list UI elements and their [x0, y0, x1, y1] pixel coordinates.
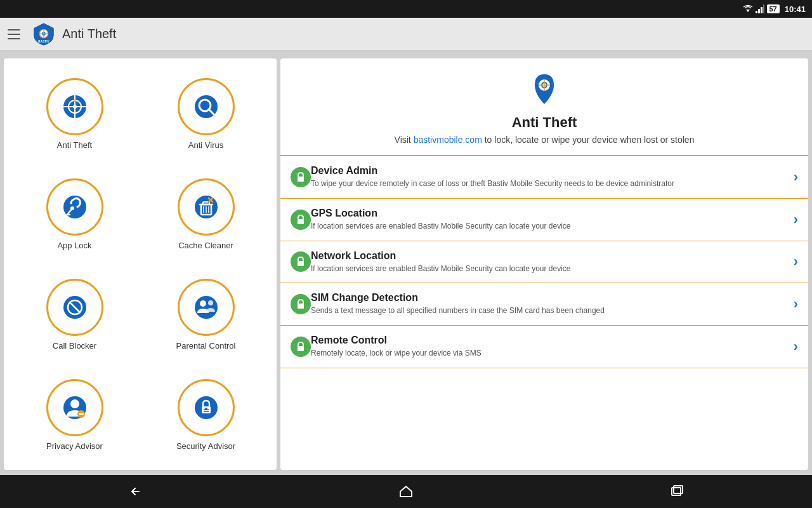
svg-rect-51 [298, 177, 304, 182]
svg-marker-0 [746, 10, 750, 12]
feature-item-remote[interactable]: Remote Control Remotely locate, lock or … [280, 326, 808, 368]
svg-point-34 [195, 296, 218, 319]
remote-name: Remote Control [311, 335, 794, 346]
privacy-advisor-label: Privacy Advisor [46, 441, 103, 451]
device-admin-text: Device Admin To wipe your device remotel… [311, 165, 794, 189]
feature-item-gps[interactable]: GPS Location If location services are en… [280, 199, 808, 241]
network-desc: If location services are enabled Bastiv … [311, 264, 794, 274]
anti-virus-label: Anti Virus [188, 140, 223, 150]
network-lock-icon [291, 251, 311, 272]
app-lock-icon [58, 190, 91, 224]
svg-rect-54 [298, 304, 304, 309]
back-button[interactable] [116, 479, 154, 504]
signal-icon [756, 4, 764, 13]
grid-item-anti-virus[interactable]: Anti Virus [141, 65, 270, 163]
anti-theft-label: Anti Theft [57, 140, 92, 150]
subtitle-text: Visit [395, 135, 411, 145]
remote-text: Remote Control Remotely locate, lock or … [311, 335, 794, 359]
grid-item-security-advisor[interactable]: Security Advisor [141, 366, 270, 464]
anti-theft-circle [46, 78, 103, 135]
network-name: Network Location [311, 250, 794, 262]
device-admin-desc: To wipe your device remotely in case of … [311, 178, 794, 189]
main-content: Anti Theft Anti Virus [0, 53, 812, 475]
cache-cleaner-circle [178, 178, 235, 236]
remote-lock-icon [291, 337, 311, 357]
network-text: Network Location If location services ar… [311, 250, 794, 274]
status-time: 10:41 [785, 4, 806, 14]
feature-item-sim[interactable]: SIM Change Detection Sends a text messag… [280, 283, 808, 326]
sim-desc: Sends a text message to all specified nu… [311, 305, 794, 316]
svg-rect-1 [756, 11, 757, 13]
anti-theft-icon [58, 90, 91, 123]
feature-item-device-admin[interactable]: Device Admin To wipe your device remotel… [280, 156, 808, 199]
grid-item-anti-theft[interactable]: Anti Theft [10, 65, 139, 163]
recents-icon [668, 483, 686, 500]
bottom-nav [0, 475, 812, 508]
gps-chevron: › [794, 211, 798, 228]
grid-item-call-blocker[interactable]: Call Blocker [10, 265, 139, 363]
call-blocker-icon [58, 291, 91, 324]
parental-control-circle [178, 279, 235, 336]
detail-header-icon [525, 71, 563, 109]
svg-rect-2 [758, 9, 760, 13]
remote-chevron: › [794, 338, 798, 355]
detail-panel: Anti Theft Visit bastivmobile.com to loc… [280, 58, 808, 470]
svg-rect-52 [298, 219, 304, 224]
home-button[interactable] [387, 479, 425, 504]
parental-control-label: Parental Control [176, 341, 236, 351]
gps-lock-icon [291, 210, 311, 230]
privacy-advisor-circle [46, 379, 103, 436]
battery-indicator: 57 [767, 4, 780, 13]
svg-point-38 [70, 399, 79, 408]
feature-list: Device Admin To wipe your device remotel… [280, 156, 808, 470]
security-advisor-label: Security Advisor [176, 441, 235, 451]
call-blocker-circle [46, 279, 103, 336]
device-admin-lock-icon [291, 167, 311, 187]
app-lock-circle [46, 178, 103, 236]
sim-name: SIM Change Detection [311, 292, 794, 304]
gps-text: GPS Location If location services are en… [311, 208, 794, 232]
svg-rect-53 [298, 261, 304, 266]
status-bar: 57 10:41 [0, 0, 812, 18]
parental-control-icon [190, 291, 223, 324]
feature-grid: Anti Theft Anti Virus [4, 58, 277, 470]
detail-subtitle: Visit bastivmobile.com to lock, locate o… [395, 135, 695, 145]
detail-header: Anti Theft Visit bastivmobile.com to loc… [280, 58, 808, 156]
detail-title: Anti Theft [512, 114, 577, 131]
svg-rect-3 [761, 7, 763, 13]
anti-virus-icon [190, 90, 223, 123]
wifi-icon [743, 4, 753, 13]
status-icons: 57 10:41 [743, 4, 806, 14]
grid-item-privacy-advisor[interactable]: Privacy Advisor [10, 366, 139, 464]
device-admin-chevron: › [794, 169, 798, 185]
app-logo: BASTIV [32, 22, 56, 46]
svg-point-45 [205, 408, 207, 410]
call-blocker-label: Call Blocker [53, 341, 96, 351]
detail-link[interactable]: bastivmobile.com [414, 135, 482, 145]
grid-item-cache-cleaner[interactable]: Cache Cleaner [141, 165, 270, 263]
app-bar-title: Anti Theft [62, 27, 116, 41]
sim-text: SIM Change Detection Sends a text messag… [311, 292, 794, 316]
svg-rect-55 [298, 346, 304, 351]
sim-chevron: › [794, 296, 798, 312]
feature-item-network[interactable]: Network Location If location services ar… [280, 241, 808, 284]
recents-button[interactable] [658, 479, 696, 504]
anti-virus-circle [178, 78, 235, 135]
security-advisor-circle [178, 379, 235, 436]
grid-item-parental-control[interactable]: Parental Control [141, 265, 270, 363]
security-advisor-icon [190, 391, 223, 424]
cache-cleaner-label: Cache Cleaner [178, 241, 233, 250]
device-admin-name: Device Admin [311, 165, 794, 177]
menu-button[interactable] [8, 29, 20, 39]
gps-desc: If location services are enabled Bastiv … [311, 221, 794, 232]
privacy-advisor-icon [58, 391, 91, 424]
cache-cleaner-icon [190, 190, 223, 224]
app-lock-label: App Lock [57, 241, 91, 250]
subtitle-end: to lock, locate or wipe your device when… [485, 135, 695, 145]
grid-item-app-lock[interactable]: App Lock [10, 165, 139, 263]
app-bar: BASTIV Anti Theft [0, 18, 812, 51]
svg-point-35 [200, 300, 206, 307]
remote-desc: Remotely locate, lock or wipe your devic… [311, 348, 794, 359]
svg-point-36 [208, 300, 213, 305]
svg-text:BASTIV: BASTIV [38, 40, 49, 43]
